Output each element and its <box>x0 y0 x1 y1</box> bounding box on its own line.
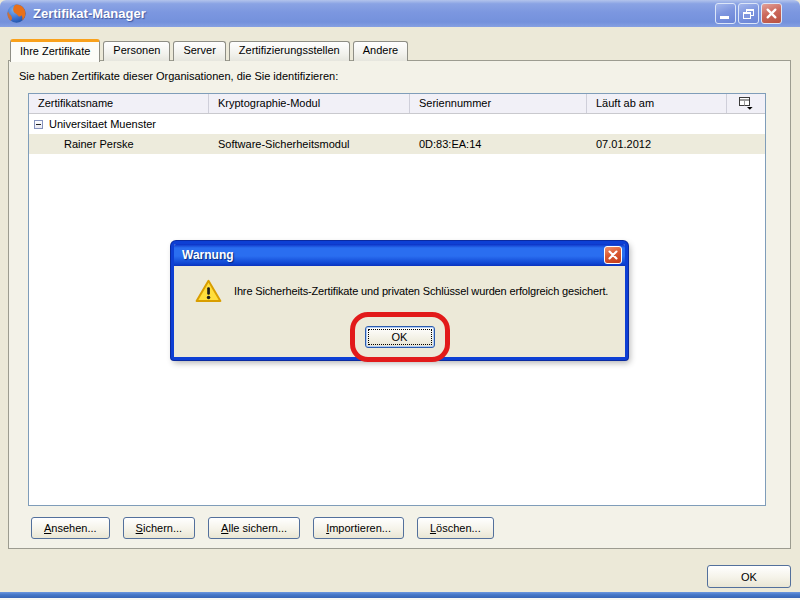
minimize-button[interactable] <box>715 3 736 24</box>
minus-icon <box>36 124 41 125</box>
column-header-zertifikatsname[interactable]: Zertifikatsname <box>29 94 209 113</box>
window-title: Zertifikat-Manager <box>33 6 146 21</box>
close-icon <box>766 8 777 19</box>
close-button[interactable] <box>761 3 782 24</box>
minimize-icon <box>720 16 729 19</box>
delete-button[interactable]: Löschen... <box>417 517 494 539</box>
dialog-ok-button[interactable]: OK <box>365 326 435 348</box>
cell-cert-name: Rainer Perske <box>29 134 209 154</box>
cell-serial-number: 0D:83:EA:14 <box>410 134 587 154</box>
column-header-seriennummer[interactable]: Seriennummer <box>410 94 587 113</box>
warning-dialog: Warnung Ihre Sicherheits-Zertifikate und… <box>171 241 628 360</box>
intro-text: Sie haben Zertifikate dieser Organisatio… <box>19 70 338 82</box>
dialog-message: Ihre Sicherheits-Zertifikate und private… <box>234 285 608 297</box>
dialog-title: Warnung <box>174 248 234 262</box>
column-header-laeuft-ab-am[interactable]: Läuft ab am <box>587 94 727 113</box>
backup-all-button[interactable]: Alle sichern... <box>208 517 300 539</box>
tab-zertifizierungsstellen[interactable]: Zertifizierungsstellen <box>229 41 350 61</box>
certificate-manager-window: Zertifikat-Manager Ihre Zertifikate Pers… <box>0 0 800 600</box>
dialog-body: Ihre Sicherheits-Zertifikate und private… <box>174 266 625 357</box>
cell-crypto-module: Software-Sicherheitsmodul <box>209 134 410 154</box>
tab-server[interactable]: Server <box>173 41 225 61</box>
tab-personen[interactable]: Personen <box>103 41 170 61</box>
warning-icon <box>195 279 222 303</box>
window-controls <box>715 3 782 24</box>
action-bar: Ansehen... Sichern... Alle sichern... Im… <box>31 517 494 539</box>
import-button[interactable]: Importieren... <box>313 517 404 539</box>
dialog-title-bar: Warnung <box>174 244 625 266</box>
column-picker-icon <box>739 97 753 110</box>
title-bar: Zertifikat-Manager <box>0 0 800 27</box>
tab-andere[interactable]: Andere <box>353 41 408 61</box>
restore-icon <box>743 9 754 19</box>
tree-row-certificate[interactable]: Rainer Perske Software-Sicherheitsmodul … <box>29 134 765 154</box>
expander-toggle[interactable] <box>34 120 43 129</box>
table-header: Zertifikatsname Kryptographie-Modul Seri… <box>29 94 765 114</box>
column-header-kryptographie-modul[interactable]: Kryptographie-Modul <box>209 94 410 113</box>
view-button[interactable]: Ansehen... <box>31 517 110 539</box>
tree-row-group[interactable]: Universitaet Muenster <box>29 114 765 134</box>
tab-bar: Ihre Zertifikate Personen Server Zertifi… <box>10 38 411 61</box>
group-label: Universitaet Muenster <box>49 114 156 134</box>
restore-button[interactable] <box>738 3 759 24</box>
cell-expiry-date: 07.01.2012 <box>587 134 727 154</box>
manager-ok-button[interactable]: OK <box>707 565 791 588</box>
tab-ihre-zertifikate[interactable]: Ihre Zertifikate <box>10 39 100 62</box>
dialog-close-button[interactable] <box>604 246 622 264</box>
backup-button[interactable]: Sichern... <box>123 517 195 539</box>
column-picker-button[interactable] <box>727 94 765 113</box>
firefox-icon <box>6 3 27 24</box>
dialog-close-icon <box>608 250 618 260</box>
